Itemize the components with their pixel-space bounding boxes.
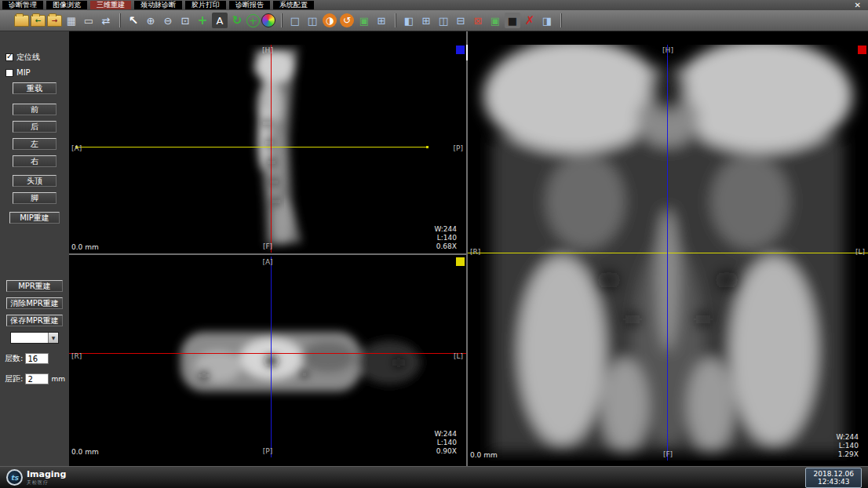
monitor-green-icon[interactable]: ▣ [487,13,503,28]
split-vertical-icon[interactable]: ◫ [436,13,451,28]
axial-localizer-line[interactable] [75,147,429,147]
layers-input[interactable] [25,353,49,364]
export-study-icon[interactable]: → [47,15,62,27]
film-layout-icon[interactable]: ◨ [539,13,555,28]
viewport-sagittal[interactable]: [H] [A] [P] [F] W:244 L:140 0.68X 0.0 mm [69,45,466,253]
toolbar-separator [560,13,561,27]
checkbox-box[interactable] [5,53,13,61]
orientation-back-button[interactable]: 后 [13,121,57,133]
open-study-icon[interactable] [14,15,29,27]
menu-tab-3d-reconstruction[interactable]: 三维重建 [90,1,131,9]
reload-button[interactable]: 重载 [13,82,57,94]
menu-tab-system-config[interactable]: 系统配置 [273,1,314,9]
monitor-dark-icon[interactable]: ■ [505,13,520,28]
screen-grid-icon[interactable]: ⊞ [374,13,389,28]
orientation-left-button[interactable]: 左 [13,138,57,150]
spacing-unit: mm [51,375,65,383]
orientation-right-label: [P] [454,144,463,152]
print-icon[interactable]: ▭ [81,13,97,28]
viewport-select-indicator[interactable] [456,46,465,54]
viewport-divider-horizontal[interactable] [69,253,468,255]
orientation-bottom-label: [F] [263,242,272,250]
menu-tab-strip: 诊断管理图像浏览三维重建颈动脉诊断胶片打印诊断报告系统配置 [2,1,314,9]
grid-2x2-icon[interactable]: ⊞ [418,13,434,28]
invert-icon[interactable]: ◑ [323,13,337,27]
orientation-right-label: [L] [855,248,865,256]
series-layout-icon[interactable]: ◧ [401,13,417,28]
mpr-button-group: MPR重建消除MPR重建保存MPR重建 [0,280,69,326]
delete-image-icon[interactable]: ✗ [522,13,538,28]
mri-sagittal-image [69,45,466,253]
orientation-bottom-label: [P] [263,447,272,455]
close-series-icon[interactable]: ⊠ [470,13,486,28]
mpr-rebuild-button[interactable]: MPR重建 [6,280,63,292]
mpr-control-panel: 定位线 MIP 重载 前后左右头顶脚 MIP重建 MPR重建消除MPR重建保存M… [0,31,69,466]
reset-icon[interactable]: ↺ [340,13,354,27]
status-bar: ts Imaging 天松医疗 2018.12.06 12:43:43 [0,466,868,488]
coronal-localizer-line[interactable] [271,45,272,253]
chevron-down-icon[interactable]: ▼ [48,333,58,343]
orientation-head-button[interactable]: 头顶 [13,175,57,187]
orientation-left-label: [R] [71,352,82,360]
refresh-icon[interactable]: ↻ [229,13,245,28]
level-value: L:140 [836,442,859,450]
pan-icon[interactable]: + [195,13,210,28]
position-readout: 0.0 mm [71,243,99,251]
mpr-save-button[interactable]: 保存MPR重建 [6,315,63,326]
checkbox-label: MIP [16,68,31,77]
orientation-top-label: [H] [262,46,273,54]
mip-checkbox[interactable]: MIP [5,68,69,77]
menu-tab-diagnosis-management[interactable]: 诊断管理 [2,1,43,9]
axial-localizer-line[interactable] [468,253,868,253]
orientation-right-label: [L] [454,352,463,360]
annotation-icon[interactable]: A [212,13,228,28]
orientation-right-button[interactable]: 右 [13,155,57,167]
viewport-area: [H] [A] [P] [F] W:244 L:140 0.68X 0.0 mm [69,31,868,466]
brand-name: Imaging [27,470,66,479]
time-text: 12:43:43 [813,478,854,486]
menu-tab-carotid-diagnosis[interactable]: 颈动脉诊断 [134,1,182,9]
viewport-coronal[interactable]: [H] [R] [L] [F] W:244 L:140 1.29X 0.0 mm [468,45,868,461]
viewport-axial[interactable]: [A] [R] [L] [P] W:244 L:140 0.90X 0.0 mm [69,257,466,457]
checkbox-label: 定位线 [16,52,40,63]
layout-split-icon[interactable]: ◫ [305,13,320,28]
transfer-icon[interactable]: ⇄ [98,13,114,28]
mip-rebuild-button[interactable]: MIP重建 [9,212,60,224]
palette-icon[interactable] [261,13,275,27]
brand-subtitle: 天松医疗 [27,479,66,485]
sagittal-localizer-line[interactable] [271,257,272,457]
orientation-front-button[interactable]: 前 [13,104,57,115]
series-select[interactable]: ▼ [10,332,59,344]
menu-tab-image-browse[interactable]: 图像浏览 [46,1,87,9]
menu-tab-diagnosis-report[interactable]: 诊断报告 [229,1,270,9]
spacing-input[interactable] [25,373,49,384]
import-study-icon[interactable]: ← [31,15,46,27]
layout-single-icon[interactable]: □ [287,13,303,28]
cursor-icon[interactable]: ↖ [126,13,141,28]
viewport-select-indicator[interactable] [858,46,866,54]
main-toolbar: ←→▦▭⇄↖⊕⊖⊡+A↻+□◫◑↺▣⊞◧⊞◫⊟⊠▣■✗◨ [0,10,868,31]
axial-position-line[interactable] [69,353,466,354]
orientation-foot-button[interactable]: 脚 [13,192,57,204]
mpr-clear-button[interactable]: 消除MPR重建 [6,297,63,309]
zoom-out-icon[interactable]: ⊖ [160,13,176,28]
window-level-readout: W:244 L:140 0.68X [434,225,457,251]
split-horizontal-icon[interactable]: ⊟ [453,13,469,28]
brand-block: Imaging 天松医疗 [27,470,66,485]
save-image-icon[interactable]: ▦ [64,13,79,28]
window-value: W:244 [434,430,457,439]
viewport-divider-vertical[interactable] [466,31,468,466]
zoom-region-icon[interactable]: ⊡ [177,13,193,28]
screen-capture-icon[interactable]: ▣ [356,13,372,28]
position-readout: 0.0 mm [470,451,498,459]
localizer-line-checkbox[interactable]: 定位线 [5,52,69,63]
zoom-in-icon[interactable]: ⊕ [143,13,159,28]
checkbox-box[interactable] [5,69,13,77]
toolbar-separator [119,13,120,27]
menu-tab-film-print[interactable]: 胶片打印 [185,1,226,9]
sagittal-localizer-line[interactable] [667,45,668,461]
window-close-button[interactable]: ✕ [850,1,866,9]
crosshair-icon[interactable]: + [246,14,260,27]
viewport-select-indicator[interactable] [456,257,465,266]
datetime-display: 2018.12.06 12:43:43 [805,468,862,488]
